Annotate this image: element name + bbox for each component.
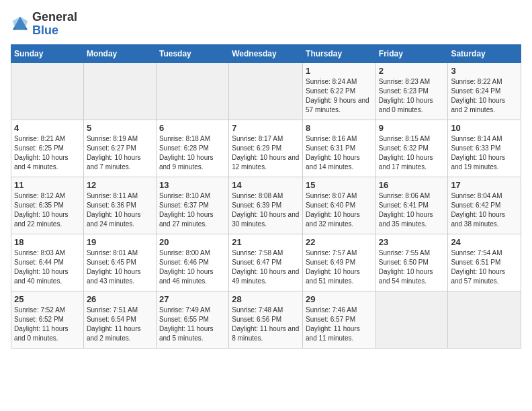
calendar-cell: 10Sunrise: 8:14 AM Sunset: 6:33 PM Dayli… [448,120,521,177]
day-number: 1 [306,66,373,76]
day-info: Sunrise: 8:11 AM Sunset: 6:36 PM Dayligh… [87,191,153,229]
day-number: 17 [451,180,518,190]
calendar-cell: 21Sunrise: 7:58 AM Sunset: 6:47 PM Dayli… [229,234,303,291]
day-info: Sunrise: 8:00 AM Sunset: 6:46 PM Dayligh… [159,248,226,286]
day-info: Sunrise: 7:48 AM Sunset: 6:56 PM Dayligh… [232,306,300,343]
day-info: Sunrise: 8:12 AM Sunset: 6:35 PM Dayligh… [14,191,81,229]
calendar-cell: 24Sunrise: 7:54 AM Sunset: 6:51 PM Dayli… [448,234,521,291]
day-info: Sunrise: 8:06 AM Sunset: 6:41 PM Dayligh… [379,191,445,229]
day-number: 3 [451,66,518,76]
calendar-cell: 17Sunrise: 8:04 AM Sunset: 6:42 PM Dayli… [448,177,521,234]
day-number: 21 [232,237,300,247]
calendar-cell: 15Sunrise: 8:07 AM Sunset: 6:40 PM Dayli… [303,177,376,234]
calendar-cell: 16Sunrise: 8:06 AM Sunset: 6:41 PM Dayli… [375,177,448,234]
calendar-cell: 12Sunrise: 8:11 AM Sunset: 6:36 PM Dayli… [83,177,156,234]
calendar-cell: 5Sunrise: 8:19 AM Sunset: 6:27 PM Daylig… [83,120,156,177]
day-info: Sunrise: 8:23 AM Sunset: 6:23 PM Dayligh… [379,77,445,115]
calendar-cell [375,291,448,348]
calendar-cell: 27Sunrise: 7:49 AM Sunset: 6:55 PM Dayli… [156,291,228,348]
calendar-cell: 22Sunrise: 7:57 AM Sunset: 6:49 PM Dayli… [303,234,376,291]
calendar-cell: 14Sunrise: 8:08 AM Sunset: 6:39 PM Dayli… [229,177,303,234]
day-number: 19 [87,237,153,247]
day-info: Sunrise: 7:54 AM Sunset: 6:51 PM Dayligh… [451,248,518,286]
day-number: 8 [306,123,373,133]
day-number: 26 [87,294,153,304]
calendar-cell: 9Sunrise: 8:15 AM Sunset: 6:32 PM Daylig… [375,120,448,177]
day-number: 23 [379,237,445,247]
logo-text: GeneralBlue [32,11,77,38]
calendar-week-4: 25Sunrise: 7:52 AM Sunset: 6:52 PM Dayli… [11,291,521,348]
day-number: 2 [379,66,445,76]
logo-general: General [32,11,77,24]
day-info: Sunrise: 8:07 AM Sunset: 6:40 PM Dayligh… [306,191,373,229]
calendar-cell: 26Sunrise: 7:51 AM Sunset: 6:54 PM Dayli… [83,291,156,348]
calendar-cell: 19Sunrise: 8:01 AM Sunset: 6:45 PM Dayli… [83,234,156,291]
calendar-cell: 3Sunrise: 8:22 AM Sunset: 6:24 PM Daylig… [448,62,521,120]
day-number: 6 [159,123,226,133]
calendar-week-3: 18Sunrise: 8:03 AM Sunset: 6:44 PM Dayli… [11,234,521,291]
calendar-week-1: 4Sunrise: 8:21 AM Sunset: 6:25 PM Daylig… [11,120,521,177]
day-number: 20 [159,237,226,247]
day-info: Sunrise: 8:03 AM Sunset: 6:44 PM Dayligh… [14,248,81,286]
weekday-wednesday: Wednesday [229,44,303,62]
calendar-cell [11,62,84,120]
calendar-cell: 8Sunrise: 8:16 AM Sunset: 6:31 PM Daylig… [303,120,376,177]
day-info: Sunrise: 8:18 AM Sunset: 6:28 PM Dayligh… [159,134,226,172]
weekday-tuesday: Tuesday [156,44,228,62]
calendar-cell [229,62,303,120]
day-number: 13 [159,180,226,190]
calendar-cell: 7Sunrise: 8:17 AM Sunset: 6:29 PM Daylig… [229,120,303,177]
day-info: Sunrise: 7:57 AM Sunset: 6:49 PM Dayligh… [306,248,373,286]
calendar-cell [448,291,521,348]
day-number: 16 [379,180,445,190]
day-info: Sunrise: 8:10 AM Sunset: 6:37 PM Dayligh… [159,191,226,229]
weekday-thursday: Thursday [303,44,376,62]
day-number: 28 [232,294,300,304]
day-info: Sunrise: 8:17 AM Sunset: 6:29 PM Dayligh… [232,134,300,172]
day-number: 24 [451,237,518,247]
day-number: 18 [14,237,81,247]
day-number: 5 [87,123,153,133]
day-number: 29 [306,294,373,304]
day-info: Sunrise: 8:22 AM Sunset: 6:24 PM Dayligh… [451,77,518,115]
calendar-cell: 23Sunrise: 7:55 AM Sunset: 6:50 PM Dayli… [375,234,448,291]
day-info: Sunrise: 8:04 AM Sunset: 6:42 PM Dayligh… [451,191,518,229]
weekday-sunday: Sunday [11,44,84,62]
day-number: 27 [159,294,226,304]
day-number: 14 [232,180,300,190]
day-number: 7 [232,123,300,133]
day-info: Sunrise: 8:01 AM Sunset: 6:45 PM Dayligh… [87,248,153,286]
calendar-body: 1Sunrise: 8:24 AM Sunset: 6:22 PM Daylig… [11,62,521,348]
day-info: Sunrise: 8:21 AM Sunset: 6:25 PM Dayligh… [14,134,81,172]
logo: GeneralBlue [11,11,77,38]
day-info: Sunrise: 8:14 AM Sunset: 6:33 PM Dayligh… [451,134,518,172]
calendar-cell: 25Sunrise: 7:52 AM Sunset: 6:52 PM Dayli… [11,291,84,348]
calendar-cell: 2Sunrise: 8:23 AM Sunset: 6:23 PM Daylig… [375,62,448,120]
day-number: 25 [14,294,81,304]
day-info: Sunrise: 7:51 AM Sunset: 6:54 PM Dayligh… [87,306,153,343]
day-number: 22 [306,237,373,247]
day-info: Sunrise: 8:08 AM Sunset: 6:39 PM Dayligh… [232,191,300,229]
calendar-cell: 6Sunrise: 8:18 AM Sunset: 6:28 PM Daylig… [156,120,228,177]
day-number: 12 [87,180,153,190]
weekday-friday: Friday [375,44,448,62]
day-info: Sunrise: 8:24 AM Sunset: 6:22 PM Dayligh… [306,77,373,115]
weekday-saturday: Saturday [448,44,521,62]
day-info: Sunrise: 8:15 AM Sunset: 6:32 PM Dayligh… [379,134,445,172]
calendar-week-0: 1Sunrise: 8:24 AM Sunset: 6:22 PM Daylig… [11,62,521,120]
logo-icon [11,15,30,34]
day-info: Sunrise: 7:46 AM Sunset: 6:57 PM Dayligh… [306,306,373,343]
calendar-cell: 1Sunrise: 8:24 AM Sunset: 6:22 PM Daylig… [303,62,376,120]
day-number: 10 [451,123,518,133]
calendar-cell: 13Sunrise: 8:10 AM Sunset: 6:37 PM Dayli… [156,177,228,234]
day-number: 11 [14,180,81,190]
day-info: Sunrise: 8:19 AM Sunset: 6:27 PM Dayligh… [87,134,153,172]
day-info: Sunrise: 8:16 AM Sunset: 6:31 PM Dayligh… [306,134,373,172]
day-number: 9 [379,123,445,133]
calendar-cell: 29Sunrise: 7:46 AM Sunset: 6:57 PM Dayli… [303,291,376,348]
weekday-header-row: SundayMondayTuesdayWednesdayThursdayFrid… [11,44,521,62]
calendar-week-2: 11Sunrise: 8:12 AM Sunset: 6:35 PM Dayli… [11,177,521,234]
calendar-cell: 18Sunrise: 8:03 AM Sunset: 6:44 PM Dayli… [11,234,84,291]
calendar-cell [156,62,228,120]
day-number: 4 [14,123,81,133]
